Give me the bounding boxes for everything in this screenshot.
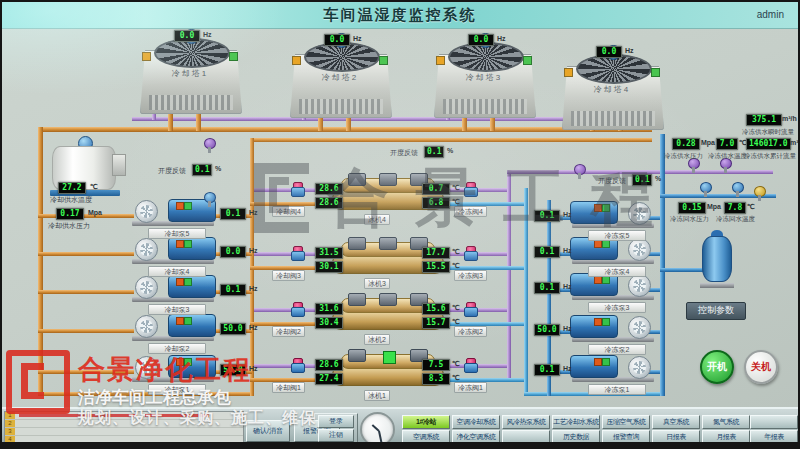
cooling-valve-icon[interactable] [291,246,303,261]
chilled-pump-5[interactable] [570,200,656,228]
nav-ahu-system[interactable]: 空调系统 [402,430,450,442]
run-indicator [594,204,602,212]
tower-freq-display: 0.0 [174,30,200,42]
cooling-pump-2[interactable] [130,313,216,341]
temp-transmitter-icon [732,182,742,197]
chiller-panel [348,293,366,306]
chilled-valve-icon[interactable] [464,246,476,261]
freq-unit: Hz [563,211,572,218]
nav-chiller-station-1[interactable]: 1#冷站 [402,415,450,429]
status-tag [379,56,388,65]
monitor-photo: 车间温湿度监控系统 admin [0,0,800,449]
cooling-valve-icon[interactable] [291,302,303,317]
cooling-tower-3[interactable]: 冷却塔3 [434,42,534,118]
status-indicator [602,240,610,248]
chw-out-display: 17.7 [422,247,450,259]
chiller-label: 冰机4 [364,214,390,225]
nav-vacuum-system[interactable]: 真空系统 [652,415,700,429]
chilled-pump-2[interactable] [570,314,656,342]
logged-in-user[interactable]: admin [757,9,784,20]
status-indicator [184,202,192,210]
freq-unit: Hz [249,365,258,372]
status-indicator [184,240,192,248]
cooling-tower-1[interactable]: 冷却塔1 [140,38,240,114]
nav-ac-cooling-system[interactable]: 空调冷却系统 [452,415,500,429]
nav-alarm-query[interactable]: 报警查询 [602,430,650,442]
chw-total-flow-display: 146017.0 [746,138,791,150]
alarm-list[interactable]: 1 2 3 4 [4,411,244,442]
nav-monthly-report[interactable]: 月报表 [702,430,750,442]
shutoff-valve-icon[interactable] [754,186,764,201]
alarm-row[interactable]: 2 [5,420,243,428]
run-indicator [594,358,602,366]
run-indicator [594,318,602,326]
chilled-valve-icon[interactable] [464,182,476,197]
chw-in-display: 15.7 [422,317,450,329]
cooling-tower-2[interactable]: 冷却塔2 [290,42,390,118]
logout-button[interactable]: 注销 [318,429,354,442]
alarm-row[interactable]: 3 [5,428,243,436]
chiller-panel [379,173,397,186]
run-indicator [176,278,184,286]
cooling-pump-3[interactable] [130,274,216,302]
pressure-transmitter-icon [700,182,710,197]
alarm-ack-button[interactable]: 确认/消音 [246,420,290,442]
alarm-row-number: 3 [5,428,15,435]
bypass-feedback-display: 0.1 [424,146,444,158]
temp-unit: ℃ [452,360,460,368]
alarm-row[interactable]: 1 [5,412,243,420]
status-indicator [602,276,610,284]
chiller-panel [379,237,397,250]
pipe-segment [38,392,254,396]
cooling-valve-icon[interactable] [291,358,303,373]
start-button[interactable]: 开机 [700,350,734,384]
pipe-segment [38,290,134,294]
pump-head-icon [135,356,158,379]
nav-history-data[interactable]: 历史数据 [552,430,600,442]
nav-compressed-air-system[interactable]: 压缩空气系统 [602,415,650,429]
nav-nitrogen-system[interactable]: 氮气系统 [702,415,750,429]
run-indicator [176,317,184,325]
cw-out-display: 30.4 [315,317,343,329]
pump-label: 冷冻泵2 [588,344,646,355]
cooling-tower-4[interactable]: 冷却塔4 [562,54,662,130]
bypass-feedback-label: 开度反馈 [598,176,626,186]
cooling-valve-icon[interactable] [291,182,303,197]
nav-process-cooling-water-system[interactable]: 工艺冷却水系统 [552,415,600,429]
status-indicator [184,317,192,325]
temp-unit: ℃ [90,183,98,191]
bypass-valve-icon[interactable] [204,192,214,207]
status-indicator [602,358,610,366]
nav-daily-report[interactable]: 日报表 [652,430,700,442]
cooling-pump-1[interactable] [130,354,216,382]
login-button[interactable]: 登录 [318,415,354,428]
freq-unit: Hz [203,31,212,38]
status-indicator [184,278,192,286]
pump-label: 冷冻泵4 [588,266,646,277]
chiller-label: 冰机1 [364,390,390,401]
pump-label: 冷却泵5 [148,228,206,239]
nav-air-cooled-heatpump-system[interactable]: 风冷热泵系统 [502,415,550,429]
minute-hand [378,431,383,442]
chw-return-temp-display: 7.8 [724,202,746,214]
chw-flow-label: 冷冻供水瞬时流量 [742,128,794,137]
tower-label: 冷却塔3 [434,72,534,83]
valve-label: 冷却阀2 [272,326,305,337]
freq-unit: Hz [563,365,572,372]
cooling-pump-4[interactable] [130,236,216,264]
tower-label: 冷却塔1 [140,68,240,79]
chilled-valve-icon[interactable] [464,302,476,317]
cw-in-display: 28.6 [315,183,343,195]
nav-clean-ac-system[interactable]: 净化空调系统 [452,430,500,442]
chilled-pump-1[interactable] [570,354,656,382]
stop-button[interactable]: 关机 [744,350,778,384]
cw-in-display: 31.6 [315,303,343,315]
pump-label: 冷冻泵3 [588,302,646,313]
alarm-row[interactable]: 4 [5,436,243,442]
nav-annual-report[interactable]: 年报表 [750,430,798,442]
pipe-segment [38,370,134,374]
chilled-valve-icon[interactable] [464,358,476,373]
control-params-button[interactable]: 控制参数 [686,302,746,320]
tank-base [700,283,734,288]
pump-head-icon [628,238,651,261]
